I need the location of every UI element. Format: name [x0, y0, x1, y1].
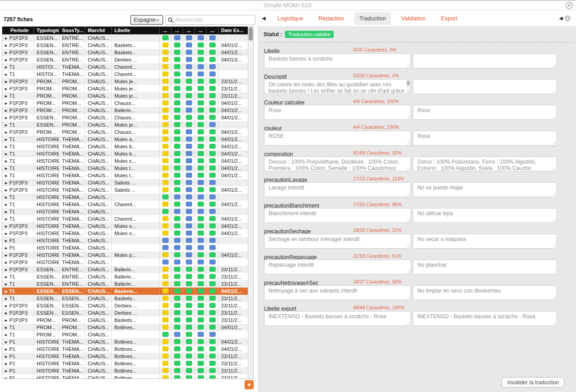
- row-expand-icon[interactable]: ▶: [5, 326, 7, 329]
- table-row[interactable]: ▶T1HISTOIRETHÉMA...CHAUS...Mules t...04/…: [2, 172, 248, 179]
- column-header-8[interactable]: ...: [195, 27, 207, 34]
- row-expand-icon[interactable]: ▶: [5, 109, 7, 112]
- row-expand-icon[interactable]: ▶: [5, 377, 7, 379]
- table-row[interactable]: ▶T1ESSEN...ESSEN...CHAUS...Baskets...23/…: [2, 295, 248, 302]
- table-row[interactable]: ▶T1PROM...PROM...CHAUS...Bottines...04/0…: [2, 324, 248, 331]
- row-expand-icon[interactable]: ▶: [5, 160, 7, 163]
- table-row[interactable]: ▶T1HISTOIRETHÉMA...CHAUS...: [2, 194, 248, 201]
- target-textarea-precautionlavage[interactable]: No se puede mojar: [413, 182, 557, 197]
- table-row[interactable]: ▶T1HISTOI...THÉMA...CHAUS...Charent...: [2, 71, 248, 78]
- table-row[interactable]: ▶P1P2P3HISTOIRETHÉMA...CHAUS...Sabots ..…: [2, 179, 248, 186]
- table-row[interactable]: ▶P1P2P3HISTOIRETHÉMA...CHAUS...Mules o..…: [2, 230, 248, 237]
- row-expand-icon[interactable]: ▶: [5, 239, 7, 242]
- table-row[interactable]: ▶P1P2P3ESSEN...ENTRÉ...CHAUS...Derbies .…: [2, 56, 248, 63]
- source-textarea-couleur-calculee[interactable]: Rose: [264, 105, 411, 120]
- row-expand-icon[interactable]: ▶: [5, 268, 7, 271]
- row-expand-icon[interactable]: ▶: [5, 225, 7, 228]
- source-textarea-precaunettoyageasec[interactable]: Nettoyage à sec aux solvants interdit: [264, 285, 411, 300]
- source-textarea-descriptif[interactable]: On colore les looks des filles au quotid…: [264, 79, 411, 94]
- tab-logistique[interactable]: Logistique: [272, 12, 308, 25]
- column-header-0[interactable]: Periode: [2, 27, 34, 34]
- table-row[interactable]: ▶P1HISTOIRETHÉMA...CHAUS...Bottines...23…: [2, 374, 248, 379]
- table-row[interactable]: ▶T1PROM...PROM...CHAUS...Mules je...23/1…: [2, 92, 248, 99]
- row-expand-icon[interactable]: ▶: [5, 174, 7, 177]
- tab-validation[interactable]: Validation: [396, 12, 431, 25]
- table-row[interactable]: ▶T1PROM...PROM...CHAUS...: [2, 331, 248, 338]
- target-textarea-precautionblanchiment[interactable]: No utilizar lejía: [413, 208, 557, 223]
- target-textarea-composition[interactable]: Dorso : 100% Poliuretano, Forro : 100% A…: [413, 156, 557, 171]
- column-header-5[interactable]: ...: [160, 27, 171, 34]
- row-expand-icon[interactable]: ▶: [5, 340, 7, 344]
- row-expand-icon[interactable]: ▶: [5, 283, 7, 286]
- table-row[interactable]: ▶P1HISTOIRETHÉMA...CHAUS...Bottines...23…: [2, 367, 248, 374]
- source-textarea-composition[interactable]: Dessus : 100% Polyuréthane, Doublure : 1…: [264, 156, 411, 171]
- target-textarea-precautionsechage[interactable]: No secar a máquina: [413, 234, 557, 249]
- search-box[interactable]: [165, 15, 255, 25]
- table-row[interactable]: ▶T1HISTOIRETHÉMA...CHAUS...Mules a...04/…: [2, 136, 248, 143]
- table-row[interactable]: ▶T1ESSEN...PROM...CHAUS...Mules je...: [2, 121, 248, 128]
- column-header-3[interactable]: Marché: [85, 27, 112, 34]
- source-textarea-precautionblanchiment[interactable]: Blanchiment interdit: [264, 208, 411, 223]
- row-expand-icon[interactable]: ▶: [5, 254, 7, 257]
- row-expand-icon[interactable]: ▶: [5, 348, 7, 351]
- row-expand-icon[interactable]: ▶: [5, 304, 7, 307]
- row-expand-icon[interactable]: ▶: [5, 145, 7, 148]
- table-row[interactable]: ▶P1HISTOIRETHÉMA...CHAUS...: [2, 237, 248, 244]
- row-expand-icon[interactable]: ▶: [5, 87, 7, 90]
- row-expand-icon[interactable]: ▶: [5, 66, 7, 69]
- target-textarea-couleur-calculee[interactable]: Rosa: [413, 105, 557, 120]
- scrollbar-thumb[interactable]: [249, 27, 253, 41]
- table-row[interactable]: ▶P1P2P3PROM...PROM...CHAUS...Mules je...…: [2, 78, 248, 85]
- row-expand-icon[interactable]: ▶: [5, 189, 7, 192]
- table-row[interactable]: ▶P1P2P3PROM...PROM...CHAUS...Chauss...04…: [2, 128, 248, 136]
- row-expand-icon[interactable]: ▶: [5, 37, 7, 40]
- table-row[interactable]: ▶T1ESSEN...ESSEN...CHAUS...Baskets...04/…: [2, 288, 248, 295]
- column-header-1[interactable]: Typologie: [34, 27, 59, 34]
- row-expand-icon[interactable]: ▶: [5, 123, 7, 127]
- row-expand-icon[interactable]: ▶: [5, 319, 7, 322]
- row-expand-icon[interactable]: ▶: [5, 138, 7, 141]
- tab-export[interactable]: Export: [435, 12, 463, 25]
- row-expand-icon[interactable]: ▶: [5, 196, 7, 199]
- row-expand-icon[interactable]: ▶: [5, 181, 7, 184]
- row-expand-icon[interactable]: ▶: [5, 261, 7, 264]
- row-expand-icon[interactable]: ▶: [5, 355, 7, 358]
- target-textarea-libelle-export[interactable]: INEXTENSO - Baskets basses à scratchs - …: [413, 311, 557, 326]
- table-row[interactable]: ▶T1HISTOI...THÉMA...CHAUS...Charent...: [2, 63, 248, 71]
- target-textarea-libelle[interactable]: [413, 53, 557, 68]
- target-textarea-precautionrepassage[interactable]: No planchar: [413, 260, 557, 274]
- table-row[interactable]: ▶P1P2P3PROM...PROM...CHAUS...Chauss...04…: [2, 99, 248, 107]
- target-textarea-descriptif[interactable]: [413, 79, 557, 94]
- row-expand-icon[interactable]: ▶: [5, 246, 7, 250]
- row-expand-icon[interactable]: ▶: [5, 217, 7, 221]
- collapse-left-icon[interactable]: ◀: [262, 15, 265, 21]
- row-expand-icon[interactable]: ▶: [5, 116, 7, 119]
- back-icon[interactable]: ◀: [559, 15, 563, 21]
- column-header-2[interactable]: SousTy...: [59, 27, 85, 34]
- row-expand-icon[interactable]: ▶: [5, 333, 7, 336]
- row-expand-icon[interactable]: ▶: [5, 232, 7, 235]
- row-expand-icon[interactable]: ▶: [5, 58, 7, 61]
- row-expand-icon[interactable]: ▶: [5, 94, 7, 98]
- table-row[interactable]: ▶P1P2P3ESSEN...ESSEN...CHAUS...Derbies .…: [2, 309, 248, 316]
- table-row[interactable]: ▶P1P2P3PROM...PROM...CHAUS...Baskets...2…: [2, 316, 248, 324]
- row-expand-icon[interactable]: ▶: [5, 51, 7, 54]
- column-header-6[interactable]: ...: [171, 27, 183, 34]
- table-row[interactable]: ▶P1P2P3ESSEN...ENTRÉ...CHAUS...Baskets..…: [2, 42, 248, 49]
- table-row[interactable]: ▶P1HISTOIRETHÉMA...CHAUS...: [2, 244, 248, 251]
- source-textarea-couleur[interactable]: ROSE: [264, 131, 411, 146]
- column-header-4[interactable]: Libelle: [112, 27, 160, 34]
- table-row[interactable]: ▶T1ESSEN...ENTRÉ...CHAUS...Ballerin...23…: [2, 280, 248, 288]
- table-row[interactable]: ▶P1P2P3HISTOIRETHÉMA...CHAUS...Mules o..…: [2, 222, 248, 230]
- target-textarea-couleur[interactable]: Rosa: [413, 131, 557, 146]
- row-expand-icon[interactable]: ▶: [5, 73, 7, 76]
- table-row[interactable]: ▶P1P2P3HISTOIRETHÉMA...CHAUS...: [2, 259, 248, 266]
- table-row[interactable]: ▶P1HISTOIRETHÉMA...CHAUS...Bottines...23…: [2, 353, 248, 360]
- table-row[interactable]: ▶P1P2P3ESSEN...ENTRÉ...CHAUS...: [2, 34, 248, 42]
- table-row[interactable]: ▶T1HISTOIRETHÉMA...CHAUS...: [2, 208, 248, 215]
- table-row[interactable]: ▶P1P2P3PROM...PROM...CHAUS...Ballerin...…: [2, 107, 248, 114]
- row-expand-icon[interactable]: ▶: [5, 369, 7, 373]
- search-input[interactable]: [175, 17, 253, 23]
- invalidate-translation-button[interactable]: Invalider la traduction: [502, 377, 564, 387]
- row-expand-icon[interactable]: ▶: [5, 210, 7, 213]
